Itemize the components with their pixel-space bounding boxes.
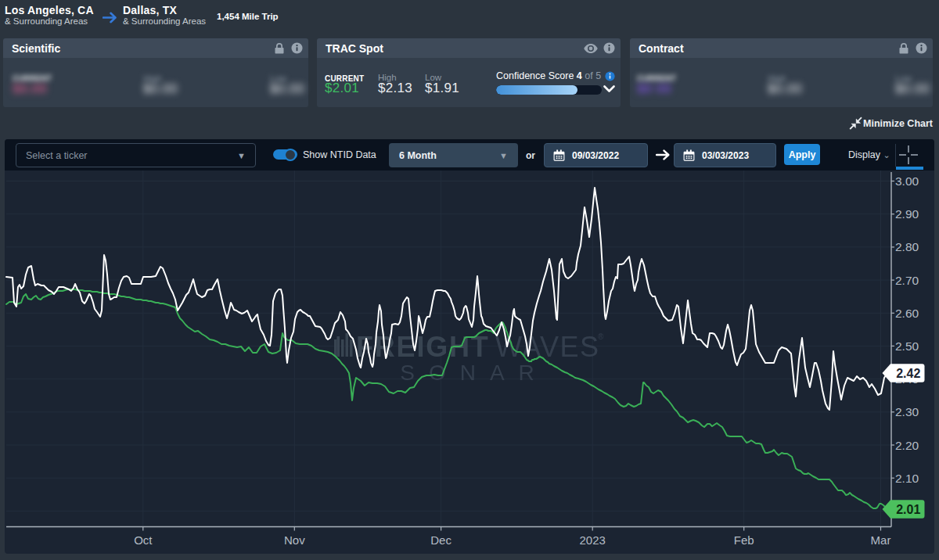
svg-text:2.80: 2.80 <box>895 240 919 253</box>
svg-text:Mar: Mar <box>871 533 891 547</box>
svg-text:2.50: 2.50 <box>895 339 919 353</box>
svg-text:2.30: 2.30 <box>895 405 919 418</box>
svg-text:2.01: 2.01 <box>896 503 920 516</box>
svg-text:Feb: Feb <box>734 533 754 547</box>
svg-text:Dec: Dec <box>430 533 452 547</box>
svg-text:2.70: 2.70 <box>895 274 919 287</box>
svg-text:®: ® <box>598 332 604 341</box>
svg-text:2023: 2023 <box>580 533 606 547</box>
svg-text:Nov: Nov <box>284 533 305 547</box>
svg-text:2.42: 2.42 <box>896 367 920 380</box>
svg-text:SONAR: SONAR <box>400 361 549 385</box>
svg-text:3.00: 3.00 <box>895 174 919 188</box>
svg-text:2.90: 2.90 <box>895 207 919 221</box>
svg-text:WAVES: WAVES <box>495 331 600 363</box>
svg-text:2.10: 2.10 <box>895 472 919 485</box>
svg-text:2.20: 2.20 <box>895 439 919 452</box>
svg-text:2.60: 2.60 <box>895 307 919 320</box>
svg-text:Oct: Oct <box>134 533 153 547</box>
